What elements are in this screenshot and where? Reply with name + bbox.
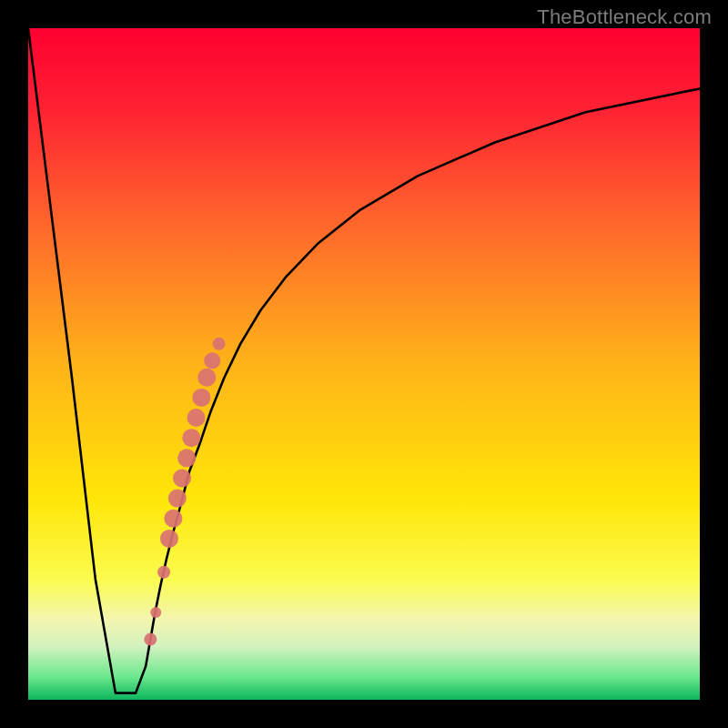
highlight-dot [144, 633, 157, 646]
outer-frame: TheBottleneck.com [0, 0, 728, 728]
highlight-dot [197, 369, 216, 387]
highlight-dot [157, 566, 170, 579]
highlight-dot [164, 510, 182, 528]
highlight-dot [213, 338, 226, 350]
highlight-dots [28, 28, 700, 700]
highlight-dot [150, 607, 161, 618]
highlight-dot [182, 429, 200, 447]
highlight-dot [177, 449, 196, 467]
highlight-dot [204, 352, 220, 369]
watermark-text: TheBottleneck.com [537, 5, 712, 29]
highlight-dot [192, 389, 210, 407]
highlight-dot [160, 530, 178, 548]
plot-area [28, 28, 700, 700]
highlight-dot [173, 469, 191, 487]
highlight-dot [168, 490, 187, 508]
highlight-dot [187, 409, 206, 427]
